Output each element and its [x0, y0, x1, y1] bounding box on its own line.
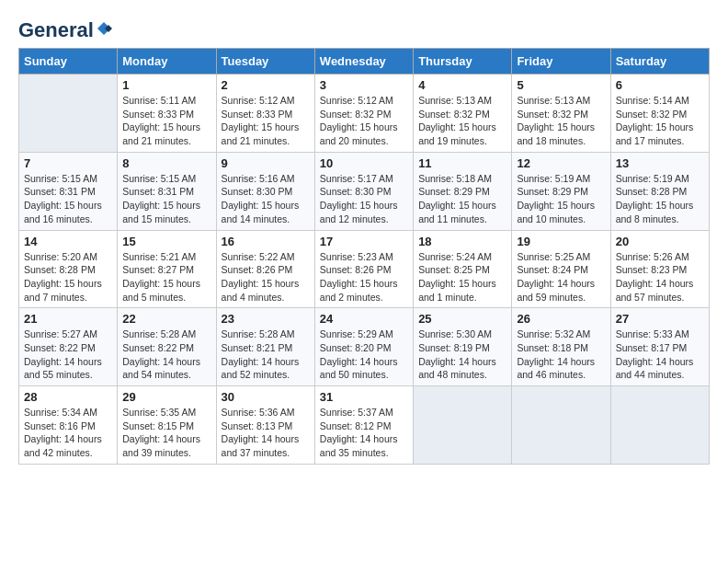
day-number: 20 — [616, 235, 704, 248]
day-number: 26 — [517, 312, 605, 326]
day-number: 31 — [320, 390, 408, 404]
calendar-header: SundayMondayTuesdayWednesdayThursdayFrid… — [19, 49, 710, 75]
day-number: 9 — [222, 156, 310, 170]
day-info: Sunrise: 5:23 AM Sunset: 8:26 PM Dayligh… — [320, 250, 408, 304]
calendar-cell: 2Sunrise: 5:12 AM Sunset: 8:33 PM Daylig… — [216, 75, 314, 153]
day-info: Sunrise: 5:21 AM Sunset: 8:27 PM Dayligh… — [122, 250, 210, 304]
day-number: 10 — [320, 156, 408, 170]
calendar-cell: 13Sunrise: 5:19 AM Sunset: 8:28 PM Dayli… — [610, 152, 709, 230]
calendar-cell: 4Sunrise: 5:13 AM Sunset: 8:32 PM Daylig… — [414, 75, 512, 153]
day-info: Sunrise: 5:37 AM Sunset: 8:12 PM Dayligh… — [320, 406, 408, 460]
page-header: General — [18, 18, 710, 39]
calendar-cell: 25Sunrise: 5:30 AM Sunset: 8:19 PM Dayli… — [414, 308, 512, 386]
day-info: Sunrise: 5:14 AM Sunset: 8:32 PM Dayligh… — [616, 94, 704, 148]
calendar-cell: 27Sunrise: 5:33 AM Sunset: 8:17 PM Dayli… — [610, 308, 709, 386]
day-number: 4 — [418, 78, 506, 92]
calendar-cell: 7Sunrise: 5:15 AM Sunset: 8:31 PM Daylig… — [19, 152, 118, 230]
day-number: 21 — [24, 312, 112, 326]
day-number: 12 — [517, 156, 605, 170]
day-number: 2 — [222, 78, 310, 92]
calendar-cell — [414, 386, 512, 465]
calendar-cell: 20Sunrise: 5:26 AM Sunset: 8:23 PM Dayli… — [610, 230, 709, 308]
day-number: 18 — [418, 235, 506, 248]
calendar-cell: 21Sunrise: 5:27 AM Sunset: 8:22 PM Dayli… — [19, 308, 118, 386]
calendar-cell: 24Sunrise: 5:29 AM Sunset: 8:20 PM Dayli… — [314, 308, 413, 386]
day-number: 19 — [517, 235, 605, 248]
day-number: 16 — [222, 235, 310, 248]
calendar-cell — [610, 386, 709, 465]
calendar-cell: 28Sunrise: 5:34 AM Sunset: 8:16 PM Dayli… — [19, 386, 118, 465]
calendar-cell: 5Sunrise: 5:13 AM Sunset: 8:32 PM Daylig… — [512, 75, 610, 153]
calendar-cell: 15Sunrise: 5:21 AM Sunset: 8:27 PM Dayli… — [118, 230, 216, 308]
day-info: Sunrise: 5:30 AM Sunset: 8:19 PM Dayligh… — [418, 327, 506, 382]
calendar-cell: 22Sunrise: 5:28 AM Sunset: 8:22 PM Dayli… — [118, 308, 216, 386]
calendar-body: 1Sunrise: 5:11 AM Sunset: 8:33 PM Daylig… — [19, 75, 710, 465]
day-info: Sunrise: 5:15 AM Sunset: 8:31 PM Dayligh… — [24, 172, 112, 226]
day-number: 24 — [320, 312, 408, 326]
calendar-cell: 30Sunrise: 5:36 AM Sunset: 8:13 PM Dayli… — [216, 386, 314, 465]
weekday-header: Wednesday — [314, 49, 413, 75]
day-info: Sunrise: 5:13 AM Sunset: 8:32 PM Dayligh… — [418, 94, 506, 148]
calendar-cell: 10Sunrise: 5:17 AM Sunset: 8:30 PM Dayli… — [314, 152, 413, 230]
day-info: Sunrise: 5:11 AM Sunset: 8:33 PM Dayligh… — [122, 94, 210, 148]
day-info: Sunrise: 5:19 AM Sunset: 8:28 PM Dayligh… — [616, 172, 704, 226]
weekday-header: Saturday — [610, 49, 709, 75]
day-number: 27 — [616, 312, 704, 326]
day-info: Sunrise: 5:26 AM Sunset: 8:23 PM Dayligh… — [616, 250, 704, 304]
day-info: Sunrise: 5:33 AM Sunset: 8:17 PM Dayligh… — [616, 327, 704, 382]
day-info: Sunrise: 5:13 AM Sunset: 8:32 PM Dayligh… — [517, 94, 605, 148]
day-number: 30 — [222, 390, 310, 404]
day-info: Sunrise: 5:24 AM Sunset: 8:25 PM Dayligh… — [418, 250, 506, 304]
calendar-cell: 31Sunrise: 5:37 AM Sunset: 8:12 PM Dayli… — [314, 386, 413, 465]
day-number: 1 — [122, 78, 210, 92]
day-number: 13 — [616, 156, 704, 170]
day-info: Sunrise: 5:32 AM Sunset: 8:18 PM Dayligh… — [517, 327, 605, 382]
day-info: Sunrise: 5:36 AM Sunset: 8:13 PM Dayligh… — [222, 406, 310, 460]
calendar-cell: 19Sunrise: 5:25 AM Sunset: 8:24 PM Dayli… — [512, 230, 610, 308]
calendar-cell: 1Sunrise: 5:11 AM Sunset: 8:33 PM Daylig… — [118, 75, 216, 153]
day-info: Sunrise: 5:18 AM Sunset: 8:29 PM Dayligh… — [418, 172, 506, 226]
weekday-header: Tuesday — [216, 49, 314, 75]
day-info: Sunrise: 5:22 AM Sunset: 8:26 PM Dayligh… — [222, 250, 310, 304]
calendar-cell: 8Sunrise: 5:15 AM Sunset: 8:31 PM Daylig… — [118, 152, 216, 230]
day-number: 28 — [24, 390, 112, 404]
day-number: 22 — [122, 312, 210, 326]
calendar-cell: 16Sunrise: 5:22 AM Sunset: 8:26 PM Dayli… — [216, 230, 314, 308]
calendar-table: SundayMondayTuesdayWednesdayThursdayFrid… — [18, 48, 710, 465]
calendar-cell: 6Sunrise: 5:14 AM Sunset: 8:32 PM Daylig… — [610, 75, 709, 153]
calendar-cell: 17Sunrise: 5:23 AM Sunset: 8:26 PM Dayli… — [314, 230, 413, 308]
calendar-cell: 9Sunrise: 5:16 AM Sunset: 8:30 PM Daylig… — [216, 152, 314, 230]
day-info: Sunrise: 5:16 AM Sunset: 8:30 PM Dayligh… — [222, 172, 310, 226]
day-info: Sunrise: 5:35 AM Sunset: 8:15 PM Dayligh… — [122, 406, 210, 460]
day-number: 5 — [517, 78, 605, 92]
calendar-cell: 23Sunrise: 5:28 AM Sunset: 8:21 PM Dayli… — [216, 308, 314, 386]
day-number: 15 — [122, 235, 210, 248]
weekday-header: Thursday — [414, 49, 512, 75]
day-info: Sunrise: 5:19 AM Sunset: 8:29 PM Dayligh… — [517, 172, 605, 226]
calendar-cell — [19, 75, 118, 153]
day-info: Sunrise: 5:17 AM Sunset: 8:30 PM Dayligh… — [320, 172, 408, 226]
calendar-cell: 14Sunrise: 5:20 AM Sunset: 8:28 PM Dayli… — [19, 230, 118, 308]
calendar-cell: 11Sunrise: 5:18 AM Sunset: 8:29 PM Dayli… — [414, 152, 512, 230]
day-info: Sunrise: 5:27 AM Sunset: 8:22 PM Dayligh… — [24, 327, 112, 382]
calendar-cell: 29Sunrise: 5:35 AM Sunset: 8:15 PM Dayli… — [118, 386, 216, 465]
day-info: Sunrise: 5:34 AM Sunset: 8:16 PM Dayligh… — [24, 406, 112, 460]
logo-general: General — [18, 18, 94, 42]
weekday-header: Friday — [512, 49, 610, 75]
logo-icon — [96, 20, 112, 37]
weekday-header: Sunday — [19, 49, 118, 75]
day-number: 7 — [24, 156, 112, 170]
day-number: 6 — [616, 78, 704, 92]
calendar-cell: 12Sunrise: 5:19 AM Sunset: 8:29 PM Dayli… — [512, 152, 610, 230]
calendar-cell — [512, 386, 610, 465]
day-number: 11 — [418, 156, 506, 170]
calendar-cell: 18Sunrise: 5:24 AM Sunset: 8:25 PM Dayli… — [414, 230, 512, 308]
day-info: Sunrise: 5:28 AM Sunset: 8:21 PM Dayligh… — [222, 327, 310, 382]
weekday-header: Monday — [118, 49, 216, 75]
calendar-cell: 3Sunrise: 5:12 AM Sunset: 8:32 PM Daylig… — [314, 75, 413, 153]
day-info: Sunrise: 5:20 AM Sunset: 8:28 PM Dayligh… — [24, 250, 112, 304]
day-number: 17 — [320, 235, 408, 248]
day-info: Sunrise: 5:29 AM Sunset: 8:20 PM Dayligh… — [320, 327, 408, 382]
day-number: 23 — [222, 312, 310, 326]
day-number: 8 — [122, 156, 210, 170]
